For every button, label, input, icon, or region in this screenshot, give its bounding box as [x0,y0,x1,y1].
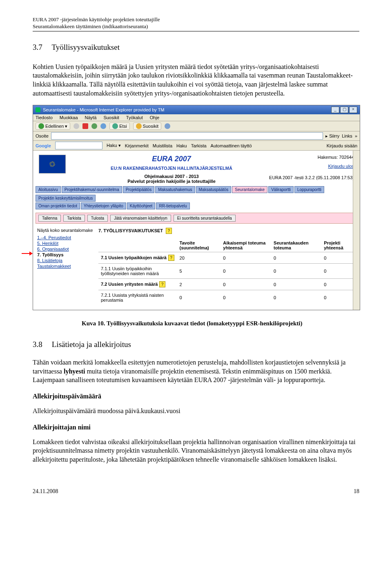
submit-button[interactable]: Jätä viranomaisen käsittelyyn [110,215,171,222]
ie-toolbar: Edellinen ▾ Etsi Suosikit [33,121,360,131]
sidenav-item-perustiedot[interactable]: 1.–4. Perustiedot [37,235,98,240]
cell-value: 0 [271,264,321,279]
cell-value: 0 [220,290,271,305]
home-icon[interactable] [100,123,106,129]
address-input[interactable] [51,132,323,140]
search-icon [112,123,118,129]
cell-value: 0 [271,290,321,305]
table-row: 7.1 Uusien työpaikkojen määrä? 20 0 0 0 [98,252,356,264]
menu-item[interactable]: Tiedosto [36,115,53,120]
google-signin-button[interactable]: Kirjaudu sisään [327,143,357,148]
window-close-button[interactable]: × [349,107,357,113]
menu-item[interactable]: Suosikit [103,115,119,120]
google-toolbar-item[interactable]: Tarkista [191,143,207,148]
section-3-7-heading: 3.7 Työllisyysvaikutukset [33,43,359,52]
subheading-allekirjoittajan-nimi: Allekirjoittajan nimi [33,424,359,431]
tab-loppuraportti[interactable]: Loppuraportti [294,186,324,193]
cell-value: 20 [177,252,221,264]
sidenav-item-lisatietoja[interactable]: 8. Lisätietoja [37,258,98,263]
window-maximize-button[interactable]: ▢ [340,107,348,113]
tab-projektipaatos[interactable]: Projektipäätös [123,186,154,193]
embedded-screenshot: Seurantalomake - Microsoft Internet Expl… [33,105,360,310]
sidenav-item-henkilot[interactable]: 5. Henkilöt [37,241,98,246]
section-title: Työllisyysvaikutukset [51,43,120,51]
chevron-right-icon[interactable]: » [355,133,357,138]
stop-icon[interactable] [82,123,88,129]
callout-arrow-icon [22,253,32,254]
star-icon [136,123,142,129]
app-title: EURA 2007 [74,155,269,163]
tab-rr-tietopalvelu[interactable]: RR-tietopalvelu [156,202,189,209]
cell-value: 5 [177,264,221,279]
menu-item[interactable]: Ohje [150,115,159,120]
print-button[interactable]: Tulosta [87,215,108,222]
table-header-aikaisempi: Aikaisempi toteuma yhteensä [220,239,271,252]
tab-kayttoohjeet[interactable]: Käyttöohjeet [127,202,156,209]
refresh-icon[interactable] [91,123,97,129]
history-icon[interactable] [165,123,170,129]
section-title: Lisätietoja ja allekirjoitus [52,340,131,349]
save-button[interactable]: Tallenna [38,215,61,222]
table-header-seurantakausi: Seurantakauden toteuma [271,239,321,252]
menu-item[interactable]: Työkalut [126,115,143,120]
help-icon[interactable]: ? [166,228,172,234]
doc-header-line2: Seurantalomakkeen täyttäminen (indikaatt… [33,23,359,30]
sidenav-item-taustalomakkeet[interactable]: Taustalomakkeet [37,264,98,269]
google-toolbar-item[interactable]: Haku [176,143,187,148]
forward-arrow-icon[interactable] [74,123,79,129]
google-search-button[interactable]: Haku ▾ [107,143,121,148]
back-label: Edellinen [45,124,64,129]
action-bar: Tallenna Tarkista Tulosta Jätä viranomai… [36,213,357,224]
tab-maksatushakemus[interactable]: Maksatushakemus [155,186,195,193]
app-subtitle-3: Palvelut projektin hakijoille ja toteutt… [74,179,269,184]
vertical-scrollbar[interactable] [353,151,360,310]
tab-aloitussivu[interactable]: Aloitussivu [36,186,61,193]
cell-value: 0 [321,252,356,264]
sidenav-item-organisaatiot[interactable]: 6. Organisaatiot [37,247,98,251]
back-button[interactable]: Edellinen ▾ [36,122,70,130]
google-search-input[interactable] [55,142,102,149]
hakemus-number: Hakemus: 702644 [269,155,354,160]
google-toolbar-item[interactable]: Automaattinen täyttö [211,143,252,148]
search-label: Etsi [119,124,127,129]
ie-app-icon [36,107,40,112]
no-outputs-button[interactable]: Ei suoritteita seurantakaudella [174,215,236,222]
tab-yhteystiedot[interactable]: Yhteystietojen ylläpito [81,202,126,209]
google-toolbar-item[interactable]: Muistilista [153,143,172,148]
tab-maksatuspaatos[interactable]: Maksatuspäätös [196,186,232,193]
help-icon[interactable]: ? [159,281,165,287]
search-button[interactable]: Etsi [109,122,129,130]
table-header-projekti-yhteensa: Projekti yhteensä [321,239,356,252]
tab-valiraportti[interactable]: Väliraportti [268,186,294,193]
section-number: 3.7 [33,43,50,52]
favorites-button[interactable]: Suosikit [133,122,162,130]
page-footer: 24.11.2008 18 [33,488,359,495]
menu-item[interactable]: Muokkaa [60,115,78,120]
sidenav-item-tyollisyys-current: 7. Työllisyys [37,252,98,257]
main-tabs-row1: Aloitussivu Projektihakemus/-suunnitelma… [33,186,360,202]
google-toolbar: Google Haku ▾ Kirjanmerkit Muistilista H… [33,141,360,151]
tab-keskeyttamisilmoitus[interactable]: Projektin keskeyttämisilmoitus [36,195,96,202]
go-button[interactable]: ▸ Siirry [325,133,339,139]
links-label[interactable]: Links [342,133,352,138]
table-title: 7. TYÖLLISYYSVAIKUTUKSET [98,228,163,233]
help-icon[interactable]: ? [168,255,174,261]
menu-item[interactable]: Näytä [85,115,97,120]
tab-oman-projektin-tiedot[interactable]: Oman projektin tiedot [36,202,80,209]
section-3-8-paragraph-1: Tähän voidaan merkitä lomakkeella esitet… [33,358,359,385]
check-button[interactable]: Tarkista [63,215,85,222]
section-number: 3.8 [33,340,50,349]
window-minimize-button[interactable]: _ [331,107,339,113]
main-tabs-row2: Oman projektin tiedot Yhteystietojen yll… [33,202,360,210]
subheading-allekirjoituspvm: Allekirjoituspäivämäärä [33,393,359,400]
row-label[interactable]: 7.1 Uusien työpaikkojen määrä [101,255,167,260]
tab-projektihakemus[interactable]: Projektihakemus/-suunnitelma [62,186,122,193]
cell-value: 0 [321,279,356,290]
back-arrow-icon [38,123,44,129]
tab-seurantalomake[interactable]: Seurantalomake [232,186,267,193]
logout-link[interactable]: Kirjaudu ulos [269,164,354,169]
row-label[interactable]: 7.2 Uusien yritysten määrä [101,282,158,287]
row-label: 7.1.1 Uusiin työpaikkoihin työllistyneid… [101,266,159,276]
form-side-nav: Näytä koko seurantalomake 1.–4. Perustie… [37,228,98,305]
google-toolbar-item[interactable]: Kirjanmerkit [125,143,149,148]
